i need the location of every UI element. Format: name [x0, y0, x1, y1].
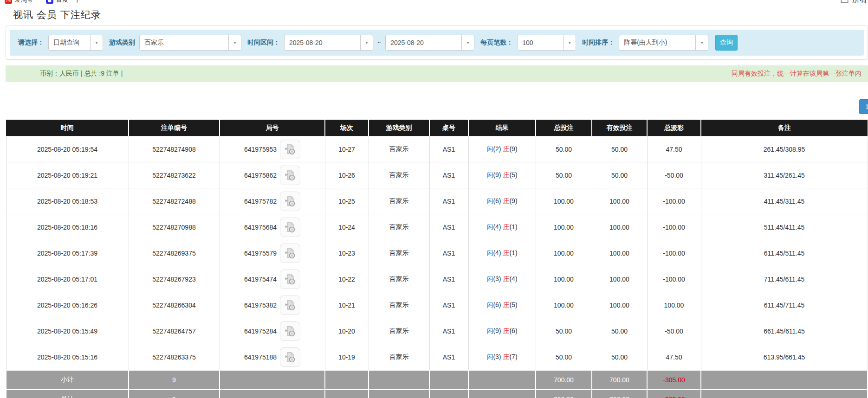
session-cell: 10-22	[325, 266, 369, 292]
total-valid-bet: 700.00	[592, 390, 647, 398]
round-number-cell: 641975953	[220, 136, 325, 162]
table-row: 2025-08-20 05:15:16522748263375641975188…	[6, 344, 868, 371]
game-type-cell: 百家乐	[369, 136, 429, 162]
time-sort-label: 时间排序：	[582, 39, 615, 47]
result-player: 闲	[486, 249, 493, 257]
round-number-cell: 641975782	[220, 188, 325, 214]
video-replay-button[interactable]	[280, 192, 300, 211]
date-from-input[interactable]	[285, 35, 360, 50]
total-bet-link[interactable]: 50.00	[536, 318, 592, 344]
valid-bet-cell: 50.00	[592, 162, 647, 188]
chevron-down-icon[interactable]: ▼	[461, 35, 474, 50]
chevron-down-icon[interactable]: ▼	[695, 35, 708, 50]
chevron-down-icon[interactable]: ▼	[228, 35, 241, 50]
total-bet-link[interactable]: 50.00	[536, 344, 592, 371]
total-bet-link[interactable]: 50.00	[536, 136, 592, 162]
valid-bet-cell: 50.00	[592, 318, 647, 344]
page-1-button[interactable]: 1	[859, 99, 868, 114]
table-row: 2025-08-20 05:18:53522748272488641975782…	[6, 188, 868, 214]
page-size-label: 每页笔数：	[480, 39, 513, 47]
video-replay-button[interactable]	[280, 140, 300, 159]
query-type-value: 日期查询	[49, 35, 90, 50]
table-row: 2025-08-20 05:16:26522748266304641975382…	[6, 292, 868, 318]
bookmark-baidu[interactable]: 百度一下	[46, 0, 80, 4]
session-cell: 10-24	[325, 214, 369, 240]
table-row: 2025-08-20 05:18:16522748270988641975684…	[6, 214, 868, 240]
note-cell: 261.45/308.95	[701, 136, 868, 162]
video-replay-button[interactable]	[280, 321, 300, 341]
total-bet-link[interactable]: 100.00	[536, 292, 592, 318]
video-replay-button[interactable]	[280, 166, 300, 185]
total-bet-link[interactable]: 100.00	[536, 188, 592, 214]
bet-number-cell: 522748267923	[129, 266, 220, 292]
bet-number-cell: 522748270988	[129, 214, 220, 240]
browser-bookmarks-bar: 淘 爱淘宝 百度一下 所有	[0, 0, 868, 6]
valid-bet-cell: 50.00	[592, 344, 647, 371]
bet-number-cell: 522748273622	[129, 162, 220, 188]
round-number-cell: 641975188	[220, 344, 325, 371]
result-player: 闲	[486, 197, 493, 205]
subtotal-payout: -305.00	[647, 370, 701, 390]
time-sort-select[interactable]: 降幂(由大到小) ▼	[619, 35, 708, 51]
valid-bet-cell: 100.00	[592, 214, 647, 240]
result-cell: 闲(3) 庄(7)	[468, 344, 536, 371]
header-valid-bet: 有效投注	[592, 120, 647, 136]
query-button[interactable]: 查询	[715, 35, 738, 51]
currency-summary-bar: 币别：人民币 | 总共 :9 注单 | 同局有效投注，统一计算在该局第一张注单内	[6, 65, 868, 82]
valid-bet-cell: 100.00	[592, 240, 647, 266]
chevron-down-icon[interactable]: ▼	[90, 35, 103, 50]
result-banker: 庄	[503, 327, 509, 334]
total-bet-link[interactable]: 50.00	[536, 162, 592, 188]
subtotal-row: 小计 9 700.00 700.00 -305.00	[6, 370, 868, 390]
note-cell: 613.95/661.45	[701, 344, 868, 371]
video-replay-button[interactable]	[280, 218, 300, 237]
page-size-input[interactable]	[518, 35, 563, 50]
result-banker: 庄	[503, 249, 509, 257]
round-number: 641975382	[244, 302, 277, 309]
total-count: 9	[129, 390, 220, 398]
game-type-cell: 百家乐	[369, 292, 429, 318]
total-bet-link[interactable]: 100.00	[536, 214, 592, 240]
chevron-down-icon[interactable]: ▼	[360, 35, 373, 50]
total-label: 总计	[6, 390, 129, 398]
table-header-row: 时间 注单编号 局号 场次 游戏类别 桌号 结果 总投注 有效投注 总派彩 备注	[6, 120, 868, 136]
result-cell: 闲(6) 庄(5)	[468, 292, 536, 318]
valid-bet-cell: 100.00	[592, 266, 647, 292]
all-bookmarks-label: 所有	[852, 0, 867, 5]
total-bet-link[interactable]: 100.00	[536, 240, 592, 266]
video-replay-icon	[284, 274, 296, 285]
game-type-select[interactable]: 百家乐 ▼	[139, 35, 241, 51]
session-cell: 10-27	[325, 136, 369, 162]
total-row: 总计 9 700.00 700.00 -305.00	[6, 390, 868, 398]
query-type-select[interactable]: 日期查询 ▼	[48, 35, 103, 51]
header-round-number: 局号	[220, 120, 325, 136]
date-from-picker[interactable]: ▼	[284, 35, 373, 51]
video-replay-button[interactable]	[280, 295, 300, 315]
session-cell: 10-23	[325, 240, 369, 266]
payout-cell: 100.00	[647, 292, 701, 318]
result-cell: 闲(4) 庄(1)	[468, 240, 536, 266]
result-banker: 庄	[503, 223, 509, 231]
result-cell: 闲(9) 庄(5)	[468, 162, 536, 188]
round-number: 641975953	[244, 146, 277, 153]
all-bookmarks-button[interactable]: 所有	[832, 0, 868, 6]
table-number-cell: AS1	[429, 266, 468, 292]
payout-cell: -50.00	[647, 162, 701, 188]
game-type-cell: 百家乐	[369, 318, 429, 344]
video-replay-button[interactable]	[280, 244, 300, 263]
video-replay-button[interactable]	[280, 270, 300, 289]
note-cell: 611.45/711.45	[701, 292, 868, 318]
table-number-cell: AS1	[429, 318, 468, 344]
date-to-picker[interactable]: ▼	[385, 35, 474, 51]
bookmark-aitaobao[interactable]: 淘 爱淘宝	[5, 0, 33, 4]
chevron-down-icon[interactable]: ▼	[563, 35, 576, 50]
header-payout: 总派彩	[647, 120, 701, 136]
round-number-cell: 641975684	[220, 214, 325, 240]
session-cell: 10-20	[325, 318, 369, 344]
total-bet-link[interactable]: 100.00	[536, 266, 592, 292]
bookmarks-separator	[832, 0, 832, 4]
note-cell: 711.45/611.45	[701, 266, 868, 292]
video-replay-button[interactable]	[280, 347, 300, 367]
page-size-select[interactable]: ▼	[517, 35, 576, 51]
date-to-input[interactable]	[386, 35, 461, 50]
